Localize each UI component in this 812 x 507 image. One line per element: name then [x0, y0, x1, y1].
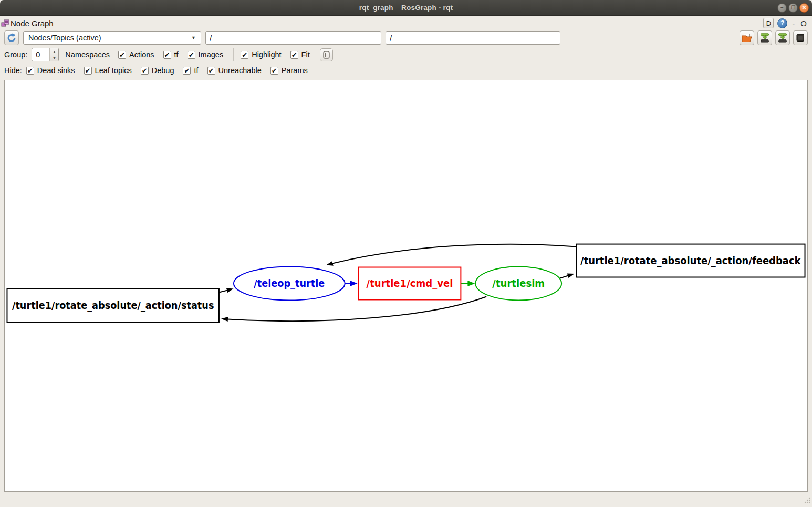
spinbox-arrows[interactable]: ▲ ▼ [49, 48, 58, 61]
topic-filter-input[interactable] [386, 31, 560, 45]
dock-close-button[interactable]: O [799, 19, 808, 28]
close-icon[interactable]: ✕ [799, 3, 809, 13]
checkbox-label: Actions [129, 50, 154, 59]
chevron-down-icon: ▼ [191, 35, 196, 40]
maximize-icon[interactable]: ☐ [788, 3, 798, 13]
graph-node-label: /turtle1/rotate_absolute/_action/feedbac… [580, 254, 801, 267]
checkbox-mark-icon: ✔ [26, 67, 34, 75]
group-spinbox[interactable]: 0 ▲ ▼ [32, 48, 59, 61]
checkbox-tf[interactable]: ✔tf [183, 66, 198, 75]
minimize-icon[interactable]: − [777, 3, 787, 13]
dock-detach-button[interactable]: D [763, 18, 774, 28]
checkbox-label: tf [174, 50, 179, 59]
options-row: Group: 0 ▲ ▼ Namespaces ✔Actions✔tf✔Imag… [4, 47, 333, 62]
refresh-button[interactable] [4, 30, 19, 45]
graph-node-turtlesim: /turtlesim [475, 267, 561, 301]
graph-checkboxes: ✔Actions✔tf✔Images [118, 50, 232, 59]
checkbox-mark-icon: ✔ [141, 67, 149, 75]
graph-edge-turtlesim-to-feedback [560, 276, 568, 278]
checkbox-label: Dead sinks [37, 66, 75, 75]
dark-square-icon [796, 33, 805, 43]
dock-titlebar: Node Graph D ? - O [0, 16, 812, 30]
toolbar-action-buttons [740, 30, 808, 45]
graph-node-feedback-topic: /turtle1/rotate_absolute/_action/feedbac… [576, 244, 805, 277]
checkbox-mark-icon: ✔ [188, 51, 195, 59]
checkbox-unreachable[interactable]: ✔Unreachable [207, 66, 262, 75]
fit-in-view-button[interactable] [320, 48, 333, 61]
dock-minimize-button[interactable]: - [791, 19, 796, 28]
hide-row: Hide: ✔Dead sinks✔Leaf topics✔Debug✔tf✔U… [4, 63, 317, 78]
graph-node-label: /turtle1/rotate_absolute/_action/status [12, 299, 214, 312]
checkbox-mark-icon: ✔ [84, 67, 92, 75]
checkbox-label: Debug [152, 66, 174, 75]
graph-node-cmd-vel-topic: /turtle1/cmd_vel [359, 267, 461, 300]
checkbox-mark-icon: ✔ [163, 51, 171, 59]
save-image-icon [777, 33, 788, 43]
graph-node-label: /teleop_turtle [254, 277, 325, 289]
spin-up-icon[interactable]: ▲ [50, 48, 58, 55]
view-mode-value: Nodes/Topics (active) [28, 34, 101, 42]
graph-node-status-topic: /turtle1/rotate_absolute/_action/status [7, 288, 218, 322]
checkbox-mark-icon: ✔ [290, 51, 298, 59]
group-label: Group: [4, 50, 27, 59]
graph-node-label: /turtlesim [492, 277, 545, 289]
checkbox-actions[interactable]: ✔Actions [118, 50, 154, 59]
checkbox-leaf-topics[interactable]: ✔Leaf topics [84, 66, 132, 75]
window-controls: − ☐ ✕ [777, 3, 809, 13]
view-mode-select[interactable]: Nodes/Topics (active) ▼ [23, 31, 201, 45]
fit-in-view-icon [322, 50, 330, 59]
hide-label: Hide: [4, 66, 22, 75]
group-value: 0 [32, 48, 49, 61]
open-folder-icon [742, 33, 752, 43]
checkbox-label: tf [194, 66, 198, 75]
checkbox-label: Highlight [252, 50, 281, 59]
node-filter-input[interactable] [205, 31, 381, 45]
checkbox-label: Params [282, 66, 308, 75]
checkbox-fit[interactable]: ✔Fit [290, 50, 310, 59]
graph-node-label: /turtle1/cmd_vel [367, 277, 453, 289]
save-dot-button[interactable] [757, 30, 772, 45]
ros-node-graph[interactable]: /turtle1/rotate_absolute/_action/status/… [5, 80, 807, 491]
spin-down-icon[interactable]: ▼ [50, 55, 58, 61]
checkbox-tf[interactable]: ✔tf [163, 50, 179, 59]
save-image-button[interactable] [775, 30, 790, 45]
checkbox-label: Leaf topics [95, 66, 132, 75]
namespaces-label: Namespaces [65, 50, 110, 59]
view-checkboxes: ✔Highlight✔Fit [241, 50, 319, 59]
checkbox-highlight[interactable]: ✔Highlight [241, 50, 281, 59]
checkbox-mark-icon: ✔ [270, 67, 278, 75]
checkbox-mark-icon: ✔ [183, 67, 191, 75]
window-title: rqt_graph__RosGraph - rqt [359, 4, 453, 12]
checkbox-label: Fit [301, 50, 310, 59]
checkbox-label: Images [199, 50, 224, 59]
save-image-icon [759, 33, 770, 43]
titlebar: rqt_graph__RosGraph - rqt − ☐ ✕ [0, 0, 812, 16]
refresh-icon [7, 33, 16, 43]
checkbox-dead-sinks[interactable]: ✔Dead sinks [26, 66, 75, 75]
dock-title: Node Graph [11, 19, 54, 28]
checkbox-mark-icon: ✔ [241, 51, 248, 59]
graph-toolbar: Nodes/Topics (active) ▼ [4, 30, 808, 46]
checkbox-mark-icon: ✔ [118, 51, 126, 59]
checkbox-label: Unreachable [218, 66, 262, 75]
separator [233, 48, 234, 61]
checkbox-debug[interactable]: ✔Debug [141, 66, 174, 75]
graph-canvas[interactable]: /turtle1/rotate_absolute/_action/status/… [4, 80, 808, 492]
graph-edge-feedback-to-teleop [332, 244, 576, 264]
hide-checkboxes: ✔Dead sinks✔Leaf topics✔Debug✔tf✔Unreach… [26, 66, 317, 75]
help-icon[interactable]: ? [777, 18, 787, 28]
dock-controls: D ? - O [763, 18, 808, 28]
graph-edge-status-to-teleop [219, 290, 227, 292]
checkbox-images[interactable]: ✔Images [188, 50, 224, 59]
load-dot-button[interactable] [740, 30, 754, 45]
screenshot-button[interactable] [793, 30, 808, 45]
node-graph-icon [1, 19, 9, 27]
graph-node-teleop-turtle: /teleop_turtle [234, 267, 345, 301]
checkbox-mark-icon: ✔ [207, 67, 215, 75]
resize-grip-icon[interactable] [804, 496, 810, 505]
checkbox-params[interactable]: ✔Params [270, 66, 308, 75]
